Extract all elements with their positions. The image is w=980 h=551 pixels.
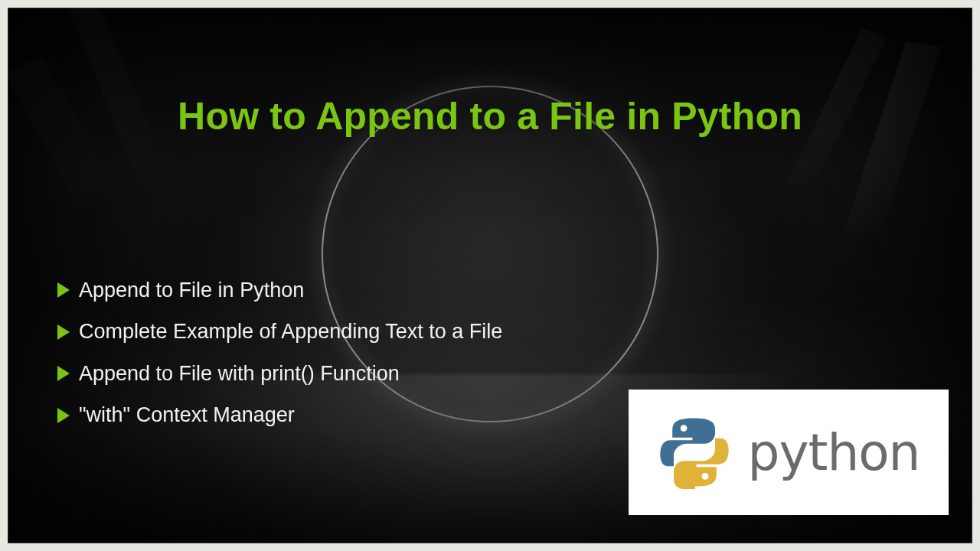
- list-item: Complete Example of Appending Text to a …: [57, 318, 502, 345]
- bullet-text: Complete Example of Appending Text to a …: [79, 318, 502, 345]
- bullet-text: Append to File in Python: [79, 276, 304, 304]
- python-wordmark: python: [748, 423, 920, 482]
- list-item: Append to File with print() Function: [57, 360, 502, 387]
- bullet-text: Append to File with print() Function: [79, 360, 400, 387]
- bullet-list: Append to File in Python Complete Exampl…: [57, 276, 502, 443]
- python-logo-panel: python: [629, 390, 949, 515]
- slide-title: How to Append to a File in Python: [8, 94, 972, 139]
- triangle-bullet-icon: [57, 282, 70, 298]
- list-item: "with" Context Manager: [57, 401, 502, 429]
- bullet-text: "with" Context Manager: [79, 401, 295, 429]
- triangle-bullet-icon: [57, 324, 70, 340]
- python-logo-icon: [658, 416, 731, 489]
- triangle-bullet-icon: [57, 408, 70, 423]
- triangle-bullet-icon: [57, 366, 70, 381]
- list-item: Append to File in Python: [57, 276, 502, 304]
- slide-frame: How to Append to a File in Python Append…: [8, 8, 972, 543]
